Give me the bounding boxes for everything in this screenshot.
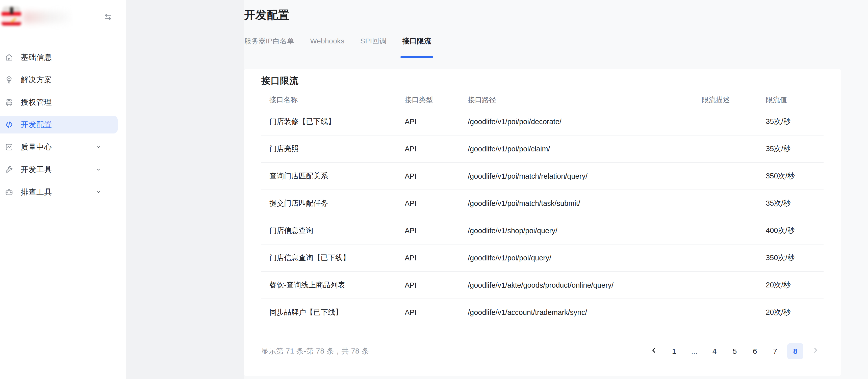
sidebar-item-label: 开发工具 [21, 164, 52, 175]
main-content: 开发配置 服务器IP白名单WebhooksSPI回调接口限流 接口限流 接口名称… [244, 0, 841, 379]
column-header-1: 接口名称 [261, 95, 397, 105]
chevron-down-icon [95, 144, 101, 150]
table-row: 查询门店匹配关系API/goodlife/v1/poi/match/relati… [261, 163, 824, 190]
table-row: 同步品牌户【已下线】API/goodlife/v1/account/tradem… [261, 299, 824, 326]
pager-ellipsis: ... [686, 343, 702, 359]
chevron-down-icon [95, 166, 101, 172]
cell-path: /goodlife/v1/poi/match/task/submit/ [460, 199, 693, 208]
logo-text-blurred [23, 11, 70, 23]
cell-path: /goodlife/v1/shop/poi/query/ [460, 227, 693, 235]
cell-value: 400次/秒 [758, 226, 824, 236]
sidebar-item-5[interactable]: 质量中心 [0, 138, 118, 156]
cell-value: 350次/秒 [758, 171, 824, 181]
cell-name: 餐饮-查询线上商品列表 [261, 280, 397, 290]
cell-value: 35次/秒 [758, 117, 824, 127]
app-root: { "header": { "title": "开发配置" }, "sideba… [0, 0, 868, 379]
tab-bar-divider [244, 58, 841, 58]
toolbox-icon [4, 188, 13, 196]
pagination: 显示第 71 条-第 78 条，共 78 条 1...45678 [261, 326, 824, 376]
tab-1[interactable]: 服务器IP白名单 [244, 36, 294, 58]
column-header-4: 限流描述 [693, 95, 758, 105]
card-title: 接口限流 [261, 76, 824, 86]
sidebar-item-1[interactable]: 基础信息 [0, 49, 118, 66]
wrench-icon [4, 165, 13, 174]
cell-name: 门店装修【已下线】 [261, 117, 397, 127]
app-logo [1, 6, 77, 28]
tab-bar: 服务器IP白名单WebhooksSPI回调接口限流 [244, 36, 431, 58]
logo-mark-blurred [1, 6, 21, 27]
chevron-right-icon [812, 346, 819, 356]
code-icon [4, 120, 13, 129]
page-button-4[interactable]: 4 [706, 343, 722, 359]
lightbulb-icon [4, 75, 13, 84]
page-button-6[interactable]: 6 [747, 343, 763, 359]
chevron-left-icon [650, 346, 658, 356]
sidebar-item-label: 授权管理 [21, 97, 52, 107]
sidebar-nav: 基础信息解决方案授权管理开发配置质量中心开发工具排查工具 [0, 49, 126, 206]
cell-path: /goodlife/v1/poi/poi/claim/ [460, 145, 693, 153]
team-icon [4, 98, 13, 107]
cell-type: API [397, 199, 460, 208]
page-button-8[interactable]: 8 [787, 343, 803, 359]
page-button-5[interactable]: 5 [726, 343, 743, 359]
cell-name: 提交门店匹配任务 [261, 198, 397, 209]
tab-4[interactable]: 接口限流 [402, 36, 431, 58]
cell-type: API [397, 254, 460, 262]
pager: 1...45678 [646, 343, 824, 359]
sidebar-item-label: 开发配置 [21, 120, 52, 130]
sidebar-item-label: 质量中心 [21, 142, 52, 152]
cell-type: API [397, 172, 460, 181]
column-header-5: 限流值 [758, 95, 824, 105]
cell-name: 查询门店匹配关系 [261, 171, 397, 181]
cell-value: 35次/秒 [758, 198, 824, 209]
sidebar-item-label: 解决方案 [21, 75, 52, 85]
cell-path: /goodlife/v1/poi/match/relation/query/ [460, 172, 693, 181]
secondary-panel [126, 0, 244, 379]
column-header-3: 接口路径 [460, 95, 693, 105]
table-body: 门店装修【已下线】API/goodlife/v1/poi/poi/decorat… [261, 108, 824, 326]
sidebar-item-7[interactable]: 排查工具 [0, 183, 118, 201]
sidebar-collapse-button[interactable] [102, 12, 114, 22]
column-header-2: 接口类型 [397, 95, 460, 105]
page-next-button [807, 343, 824, 359]
cell-path: /goodlife/v1/account/trademark/sync/ [460, 308, 693, 317]
cell-type: API [397, 118, 460, 126]
tab-3[interactable]: SPI回调 [360, 36, 386, 58]
cell-type: API [397, 281, 460, 289]
sidebar-item-2[interactable]: 解决方案 [0, 71, 118, 89]
cell-value: 35次/秒 [758, 144, 824, 154]
sidebar-item-label: 基础信息 [21, 52, 52, 63]
tab-2[interactable]: Webhooks [310, 36, 344, 58]
table-row: 门店装修【已下线】API/goodlife/v1/poi/poi/decorat… [261, 108, 824, 135]
sidebar: 基础信息解决方案授权管理开发配置质量中心开发工具排查工具 [0, 0, 126, 379]
cell-value: 20次/秒 [758, 307, 824, 317]
sidebar-item-3[interactable]: 授权管理 [0, 93, 118, 111]
cell-type: API [397, 227, 460, 235]
cell-value: 350次/秒 [758, 253, 824, 263]
page-button-1[interactable]: 1 [666, 343, 682, 359]
table-header: 接口名称接口类型接口路径限流描述限流值 [261, 92, 824, 108]
page-prev-button[interactable] [646, 343, 662, 359]
page-title: 开发配置 [244, 9, 289, 21]
page-button-7[interactable]: 7 [767, 343, 783, 359]
table-row: 门店信息查询API/goodlife/v1/shop/poi/query/400… [261, 217, 824, 245]
table-row: 提交门店匹配任务API/goodlife/v1/poi/match/task/s… [261, 190, 824, 217]
sidebar-item-6[interactable]: 开发工具 [0, 161, 118, 179]
pagination-info: 显示第 71 条-第 78 条，共 78 条 [261, 346, 369, 356]
cell-path: /goodlife/v1/akte/goods/product/online/q… [460, 281, 693, 289]
chart-icon [4, 143, 13, 152]
cell-type: API [397, 145, 460, 153]
sidebar-item-label: 排查工具 [21, 187, 52, 197]
sidebar-item-4[interactable]: 开发配置 [0, 116, 118, 133]
table-row: 餐饮-查询线上商品列表API/goodlife/v1/akte/goods/pr… [261, 272, 824, 299]
rate-limit-card: 接口限流 接口名称接口类型接口路径限流描述限流值 门店装修【已下线】API/go… [244, 69, 841, 376]
table-row: 门店亮照API/goodlife/v1/poi/poi/claim/35次/秒 [261, 135, 824, 163]
cell-value: 20次/秒 [758, 280, 824, 290]
cell-type: API [397, 308, 460, 317]
cell-name: 门店信息查询 [261, 226, 397, 236]
swap-arrows-icon [103, 19, 113, 22]
home-icon [4, 53, 13, 62]
cell-name: 同步品牌户【已下线】 [261, 307, 397, 317]
cell-name: 门店信息查询【已下线】 [261, 253, 397, 263]
cell-path: /goodlife/v1/poi/poi/decorate/ [460, 118, 693, 126]
